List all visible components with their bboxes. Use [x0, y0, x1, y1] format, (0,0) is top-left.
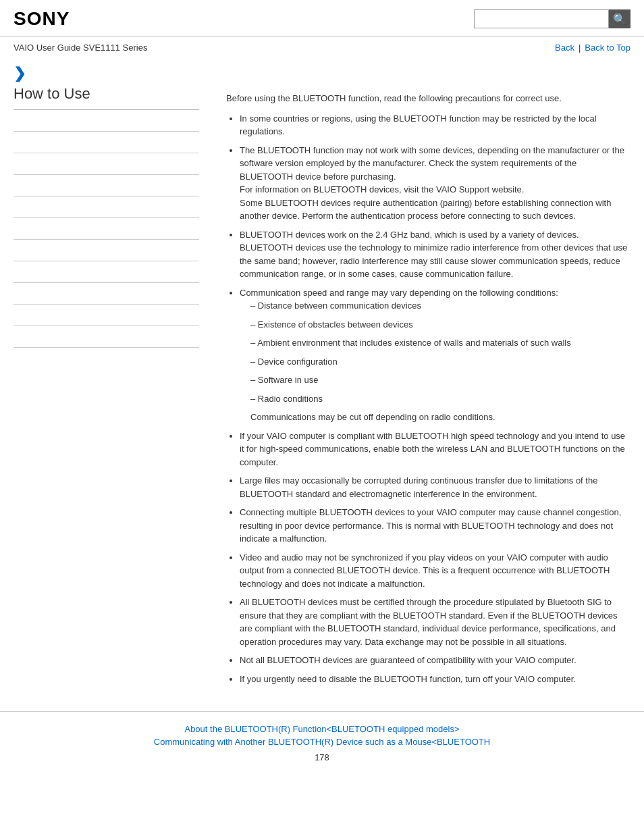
sidebar-title: How to Use: [14, 85, 199, 110]
back-link[interactable]: Back: [555, 43, 574, 53]
list-item: Not all BLUETOOTH devices are guaranteed…: [240, 654, 630, 667]
list-item[interactable]: [14, 218, 199, 240]
list-item: Communication speed and range may vary d…: [240, 286, 630, 424]
header: SONY 🔍: [0, 0, 644, 37]
content-intro: Before using the BLUETOOTH function, rea…: [226, 92, 630, 105]
list-item: If you urgently need to disable the BLUE…: [240, 673, 630, 686]
footer: About the BLUETOOTH(R) Function<BLUETOOT…: [0, 711, 644, 771]
footer-link-2[interactable]: Communicating with Another BLUETOOTH(R) …: [154, 737, 490, 747]
nav-divider: |: [579, 43, 581, 53]
sony-logo: SONY: [14, 8, 70, 30]
list-item: The BLUETOOTH function may not work with…: [240, 144, 630, 223]
list-item[interactable]: [14, 175, 199, 197]
sidebar: How to Use: [14, 85, 213, 691]
content-area: Before using the BLUETOOTH function, rea…: [213, 85, 630, 691]
list-item[interactable]: [14, 326, 199, 348]
sub-list: Distance between communication devices E…: [250, 299, 630, 405]
back-to-top-link[interactable]: Back to Top: [585, 43, 630, 53]
list-item[interactable]: [14, 305, 199, 326]
search-input[interactable]: [474, 9, 609, 28]
bullet-list: In some countries or regions, using the …: [240, 112, 630, 686]
list-item[interactable]: [14, 110, 199, 132]
list-item[interactable]: [14, 240, 199, 261]
breadcrumb: ❯: [0, 58, 644, 85]
list-item: In some countries or regions, using the …: [240, 112, 630, 138]
list-item: If your VAIO computer is compliant with …: [240, 429, 630, 469]
main-layout: How to Use Before using the BLUETOOTH fu…: [0, 85, 644, 691]
list-item[interactable]: [14, 283, 199, 305]
search-area: 🔍: [474, 9, 630, 28]
search-icon: 🔍: [613, 13, 626, 26]
list-item: Software in use: [250, 373, 630, 387]
nav-bar: VAIO User Guide SVE1111 Series Back | Ba…: [0, 37, 644, 58]
list-item[interactable]: [14, 132, 199, 153]
list-item: Device configuration: [250, 355, 630, 369]
list-item: Connecting multiple BLUETOOTH devices to…: [240, 506, 630, 546]
list-item: Existence of obstacles between devices: [250, 318, 630, 332]
list-item[interactable]: [14, 153, 199, 175]
guide-title: VAIO User Guide SVE1111 Series: [14, 43, 147, 53]
list-item: All BLUETOOTH devices must be certified …: [240, 596, 630, 648]
list-item: Ambient environment that includes existe…: [250, 336, 630, 350]
breadcrumb-arrow: ❯: [14, 65, 26, 82]
search-button[interactable]: 🔍: [609, 9, 630, 28]
list-item[interactable]: [14, 261, 199, 283]
list-item: Distance between communication devices: [250, 299, 630, 313]
list-item: Video and audio may not be synchronized …: [240, 551, 630, 591]
list-item[interactable]: [14, 197, 199, 218]
footer-link-1[interactable]: About the BLUETOOTH(R) Function<BLUETOOT…: [184, 724, 459, 734]
list-item: Large files may occasionally be corrupte…: [240, 474, 630, 500]
nav-right: Back | Back to Top: [555, 43, 630, 53]
page-number: 178: [14, 752, 630, 762]
list-item: Radio conditions: [250, 392, 630, 406]
list-item: BLUETOOTH devices work on the 2.4 GHz ba…: [240, 228, 630, 281]
sub-note: Communications may be cut off depending …: [250, 411, 630, 424]
footer-links: About the BLUETOOTH(R) Function<BLUETOOT…: [14, 724, 630, 747]
